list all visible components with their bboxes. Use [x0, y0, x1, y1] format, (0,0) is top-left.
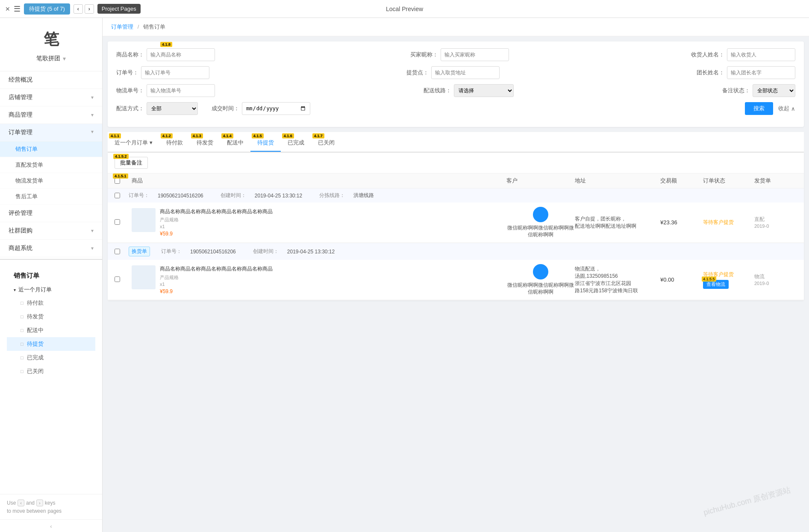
- tabs-row: 4.1.1 近一个月订单 ▾ 4.1.2 待付款 4.1.3 待发货 4.1.4…: [108, 132, 804, 152]
- nav-item-shop[interactable]: 店铺管理 ▾: [0, 89, 102, 106]
- collapse-button[interactable]: 收起 ∧: [778, 105, 795, 112]
- row1-customer-name: 微信昵称啊啊微信昵称啊啊微信昵称啊啊: [506, 225, 575, 238]
- sidebar-item-daitihuo[interactable]: □ 待提货: [7, 337, 95, 351]
- prev-key: ‹: [18, 500, 24, 506]
- row1-product-price: ¥59.9: [160, 231, 506, 237]
- tab-completed[interactable]: 4.1.6 已完成: [281, 132, 311, 152]
- th-delivery: 发货单: [754, 177, 797, 185]
- select-remark[interactable]: 全部状态: [753, 84, 795, 97]
- badge-413: 4.1.3: [191, 133, 203, 138]
- input-deal-time[interactable]: [242, 102, 310, 115]
- row2-avatar: [533, 264, 548, 279]
- row2-checkbox[interactable]: [115, 276, 120, 282]
- input-tracking[interactable]: [147, 84, 215, 97]
- nav-item-community[interactable]: 社群团购 ▾: [0, 222, 102, 240]
- item-icon-daifah: □: [21, 314, 24, 319]
- close-icon[interactable]: ✕: [5, 6, 10, 12]
- tab-pending-ship[interactable]: 4.1.3 待发货: [190, 132, 220, 152]
- input-leader[interactable]: [727, 66, 795, 79]
- sidebar-group-recent: ▾ 近一个月订单 □ 待付款 □ 待发货 □ 配送中 □ 待提货: [7, 283, 95, 378]
- sidebar-item-yiwancheng[interactable]: □ 已完成: [7, 351, 95, 364]
- th-address: 地址: [575, 177, 660, 185]
- row1-product-spec: 产品规格: [160, 217, 506, 223]
- item-icon-yiwancheng: □: [21, 355, 24, 360]
- field-route: 配送线路： 请选择: [424, 84, 514, 97]
- label-order-id: 订单号：: [116, 69, 138, 76]
- order-1-no: 1905062104516206: [158, 193, 203, 199]
- header-checkbox[interactable]: 4.1.5.1: [115, 177, 132, 185]
- label-remark: 备注状态：: [722, 87, 750, 94]
- subnav-item-logistics[interactable]: 物流发货单: [0, 173, 102, 189]
- page-nav: ‹ ›: [74, 4, 94, 14]
- sidebar-item-yiguanbi[interactable]: □ 已关闭: [7, 364, 95, 378]
- sidebar-item-daifah[interactable]: □ 待发货: [7, 310, 95, 323]
- sidebar-item-daifu[interactable]: □ 待付款: [7, 296, 95, 310]
- side-nav: 经营概况 店铺管理 ▾ 商品管理 ▾ 订单管理 ▴ 销售订单 直配发货单 物流发…: [0, 71, 102, 257]
- input-pickup[interactable]: [431, 66, 500, 79]
- label-buyer-nick: 买家昵称：: [410, 51, 438, 59]
- next-page-button[interactable]: ›: [85, 4, 94, 14]
- label-pickup: 提货点：: [406, 69, 429, 76]
- order-1-checkbox[interactable]: [115, 193, 120, 198]
- breadcrumb-parent[interactable]: 订单管理: [111, 24, 133, 30]
- select-route[interactable]: 请选择: [454, 84, 514, 97]
- row1-checkbox-cell[interactable]: [115, 219, 132, 226]
- input-receiver[interactable]: [727, 48, 795, 61]
- input-product-name[interactable]: [147, 48, 215, 61]
- tab-dropdown-arrow: ▾: [150, 139, 153, 146]
- tab-pending-pickup[interactable]: 4.1.5 待提货: [250, 132, 281, 152]
- badge-4155: 4.1.5.5: [702, 276, 716, 282]
- nav-item-order[interactable]: 订单管理 ▴: [0, 124, 102, 141]
- row2-checkbox-cell[interactable]: [115, 276, 132, 283]
- order-2-checkbox[interactable]: [115, 249, 120, 254]
- th-amount: 交易额: [660, 177, 703, 185]
- sidebar-item-peisong[interactable]: □ 配送中: [7, 323, 95, 337]
- row2-logistics-btn-area: 4.1.5.5 查看物流: [703, 280, 754, 289]
- row2-product-spec: 产品规格: [160, 274, 506, 281]
- view-logistics-button[interactable]: 4.1.5.5 查看物流: [703, 280, 729, 289]
- row2-product-info: 商品名称商品名称商品名称商品名称商品名称商品 产品规格 x1 ¥59.9: [160, 265, 506, 294]
- select-delivery-method[interactable]: 全部: [147, 102, 198, 115]
- nav-item-product[interactable]: 商品管理 ▾: [0, 106, 102, 124]
- badge-412: 4.1.2: [161, 133, 173, 138]
- window-title: Local Preview: [386, 6, 423, 12]
- current-page-tab[interactable]: 待提货 (5 of 7): [24, 3, 70, 15]
- select-all-checkbox[interactable]: [115, 178, 120, 184]
- prev-page-button[interactable]: ‹: [74, 4, 83, 14]
- nav-item-supermarket[interactable]: 商超系统 ▾: [0, 240, 102, 257]
- row2-status-area: 等待客户提货 4.1.5.5 查看物流: [703, 271, 754, 289]
- badge-414: 4.1.4: [221, 133, 233, 138]
- svg-text:笔: 笔: [44, 31, 59, 48]
- subnav-item-sales[interactable]: 销售订单: [0, 141, 102, 157]
- hamburger-icon[interactable]: ☰: [14, 4, 21, 14]
- sidebar-group-recent-header[interactable]: ▾ 近一个月订单: [7, 283, 95, 296]
- subnav-item-aftersale[interactable]: 售后工单: [0, 189, 102, 205]
- row2-product-name: 商品名称商品名称商品名称商品名称商品名称商品: [160, 265, 506, 273]
- brand-dropdown-arrow[interactable]: ▾: [63, 55, 66, 62]
- search-row-4: 配送方式： 全部 成交时间： 搜索 收起 ∧: [116, 102, 795, 115]
- nav-item-review[interactable]: 评价管理: [0, 205, 102, 222]
- label-product-name: 商品名称：: [116, 51, 144, 59]
- nav-arrow-supermarket: ▾: [91, 245, 94, 251]
- nav-arrow-shop: ▾: [91, 94, 94, 100]
- nav-item-jingying[interactable]: 经营概况: [0, 71, 102, 89]
- input-buyer-nick[interactable]: [441, 48, 509, 61]
- subnav-item-direct[interactable]: 直配发货单: [0, 157, 102, 173]
- input-order-id[interactable]: [141, 66, 209, 79]
- table-header: 4.1.5.1 商品 客户 地址 交易额 订单状态 发货单: [108, 173, 804, 188]
- row1-product-info: 商品名称商品名称商品名称商品名称商品名称商品 产品规格 x1 ¥59.9: [160, 208, 506, 237]
- row2-product-cell: 商品名称商品名称商品名称商品名称商品名称商品 产品规格 x1 ¥59.9: [132, 265, 506, 294]
- badge-4151: 4.1.5.1: [113, 173, 128, 179]
- search-button[interactable]: 搜索: [745, 102, 773, 115]
- label-order-no-2: 订单号：: [161, 248, 182, 255]
- row1-product-name: 商品名称商品名称商品名称商品名称商品名称商品: [160, 208, 506, 215]
- tab-delivering[interactable]: 4.1.4 配送中: [220, 132, 250, 152]
- item-icon-daifu: □: [21, 300, 24, 306]
- badge-4152: 4.1.5.2: [113, 154, 129, 159]
- row1-checkbox[interactable]: [115, 219, 120, 225]
- tab-recent-month[interactable]: 4.1.1 近一个月订单 ▾: [108, 132, 159, 152]
- sidebar-collapse-btn[interactable]: ‹: [0, 519, 102, 532]
- tab-pending-pay[interactable]: 4.1.2 待付款: [159, 132, 190, 152]
- batch-remark-button[interactable]: 4.1.5.2 批量备注: [115, 157, 148, 169]
- tab-closed[interactable]: 4.1.7 已关闭: [311, 132, 341, 152]
